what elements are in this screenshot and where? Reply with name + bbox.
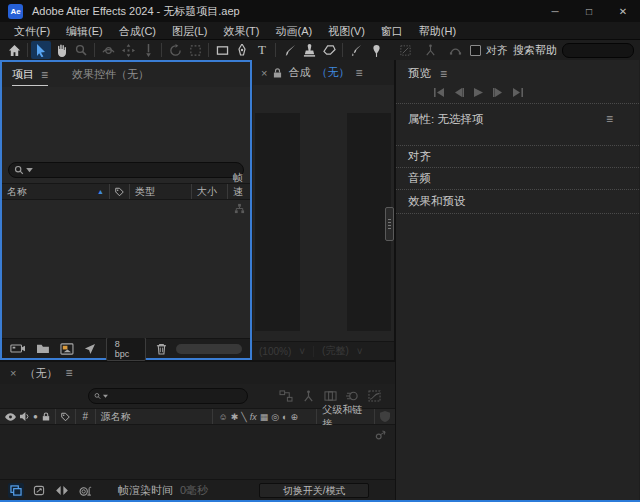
search-options-caret-icon[interactable] [26,168,33,173]
rectangle-tool-button[interactable] [212,41,232,59]
convert-vertex-tool-button[interactable] [445,41,465,59]
menu-effect[interactable]: 效果(T) [215,22,267,40]
timeline-search-field[interactable] [88,388,248,404]
puppet-pin-tool-button[interactable] [366,41,386,59]
eye-icon[interactable] [5,413,16,421]
effects-switch-icon[interactable]: fx [250,412,257,422]
project-search-field[interactable] [8,162,244,178]
menu-help[interactable]: 帮助(H) [411,22,464,40]
panel-menu-icon[interactable]: ≡ [65,366,72,380]
tab-project[interactable]: 项目 ≡ [12,63,48,86]
shape-vertex-tool-button[interactable] [420,41,440,59]
in-out-pane-toggle[interactable] [54,483,70,498]
panel-divider-grip[interactable] [385,207,394,241]
project-search-input[interactable] [35,165,238,176]
preview-panel-title[interactable]: 预览 [408,66,431,81]
effects-presets-panel[interactable]: 效果和预设 [396,190,639,214]
clone-stamp-tool-button[interactable] [299,41,319,59]
maximize-button[interactable]: □ [572,0,606,22]
audio-panel[interactable]: 音频 [396,168,639,190]
collapse-transformations-icon[interactable]: ✱ [231,412,239,422]
comp-flowchart-icon[interactable] [279,390,293,402]
trash-icon[interactable] [156,343,167,355]
3d-layer-switch-icon[interactable]: ⊕ [290,412,298,422]
search-options-caret-icon[interactable] [103,394,108,399]
shy-layers-icon[interactable] [302,390,315,402]
menu-view[interactable]: 视图(V) [320,22,373,40]
close-tab-icon[interactable]: × [261,67,267,79]
lock-icon[interactable] [42,412,50,421]
home-tool-button[interactable] [4,41,24,59]
composition-viewer[interactable] [253,85,394,341]
pan-camera-tool-button[interactable] [118,41,138,59]
pen-tool-button[interactable] [232,41,252,59]
transfer-controls-pane-toggle[interactable] [31,483,47,498]
magnification-dropdown[interactable]: (100%) ˅ [259,346,314,357]
project-items-list[interactable] [2,200,250,338]
close-button[interactable]: ✕ [606,0,640,22]
column-name[interactable]: 名称 ▲ [2,184,110,199]
tab-composition-label[interactable]: 合成 [288,65,310,80]
parent-link-column[interactable]: 父级和链接 [317,409,375,424]
project-settings-icon[interactable] [84,343,96,355]
menu-composition[interactable]: 合成(C) [111,22,164,40]
align-panel[interactable]: 对齐 [396,146,639,168]
minimize-button[interactable]: ─ [538,0,572,22]
timeline-tab-none-label[interactable]: （无） [24,366,57,381]
horizontal-scrollbar-thumb[interactable] [176,344,242,354]
motion-blur-icon[interactable] [346,390,359,402]
frame-blending-icon[interactable] [324,390,337,402]
column-type[interactable]: 类型 [130,184,192,199]
dolly-camera-tool-button[interactable] [138,41,158,59]
shy-switch-icon[interactable]: ☺ [218,412,227,422]
menu-animation[interactable]: 动画(A) [268,22,321,40]
selection-tool-button[interactable] [31,41,51,59]
next-frame-icon[interactable] [493,88,503,97]
hand-tool-button[interactable] [51,41,71,59]
eraser-tool-button[interactable] [319,41,339,59]
menu-edit[interactable]: 编辑(E) [58,22,111,40]
tab-effect-controls[interactable]: 效果控件（无） [72,67,149,82]
new-composition-icon[interactable] [60,343,74,355]
audio-speaker-icon[interactable] [20,412,29,421]
panel-menu-icon[interactable]: ≡ [355,66,362,80]
column-label-color[interactable] [110,184,130,199]
free-transform-tool-button[interactable] [185,41,205,59]
mask-feather-tool-button[interactable] [395,41,415,59]
panel-menu-icon[interactable]: ≡ [606,112,613,126]
first-frame-icon[interactable] [434,88,444,97]
menu-layer[interactable]: 图层(L) [164,22,215,40]
panel-menu-icon[interactable]: ≡ [41,68,48,82]
column-framerate[interactable]: 帧速率 [228,184,250,199]
solo-icon[interactable]: ● [33,412,38,421]
motion-blur-switch-icon[interactable]: ◎ [271,412,279,422]
source-name-column[interactable]: 源名称 [96,409,214,424]
adjustment-layer-switch-icon[interactable]: ◐ [282,412,287,422]
layer-switches-pane-toggle[interactable] [8,483,24,498]
previous-frame-icon[interactable] [454,88,464,97]
color-depth-button[interactable]: 8 bpc [106,337,146,361]
interpret-footage-icon[interactable] [10,343,26,354]
column-size[interactable]: 大小 [192,184,228,199]
resolution-dropdown[interactable]: (完整) ˅ [322,344,371,358]
lock-icon[interactable] [273,68,282,78]
menu-window[interactable]: 窗口 [373,22,411,40]
brush-tool-button[interactable] [279,41,299,59]
panel-menu-icon[interactable]: ≡ [440,67,447,81]
play-icon[interactable] [474,88,483,97]
timeline-layers-area[interactable] [0,425,395,479]
roto-brush-tool-button[interactable] [346,41,366,59]
new-folder-icon[interactable] [36,343,50,354]
menu-file[interactable]: 文件(F) [6,22,58,40]
text-tool-button[interactable]: T [252,41,272,59]
properties-panel-title[interactable]: 属性: 无选择项 [408,112,483,127]
close-tab-icon[interactable]: × [10,367,16,379]
timeline-search-input[interactable] [110,391,242,402]
graph-editor-icon[interactable] [368,390,381,402]
orbit-camera-tool-button[interactable] [98,41,118,59]
rotation-tool-button[interactable] [165,41,185,59]
help-search-input[interactable] [562,43,634,58]
label-column[interactable] [56,409,76,424]
toggle-switches-modes-button[interactable]: 切换开关/模式 [259,483,369,498]
quality-switch-icon[interactable]: ╲ [241,412,246,422]
